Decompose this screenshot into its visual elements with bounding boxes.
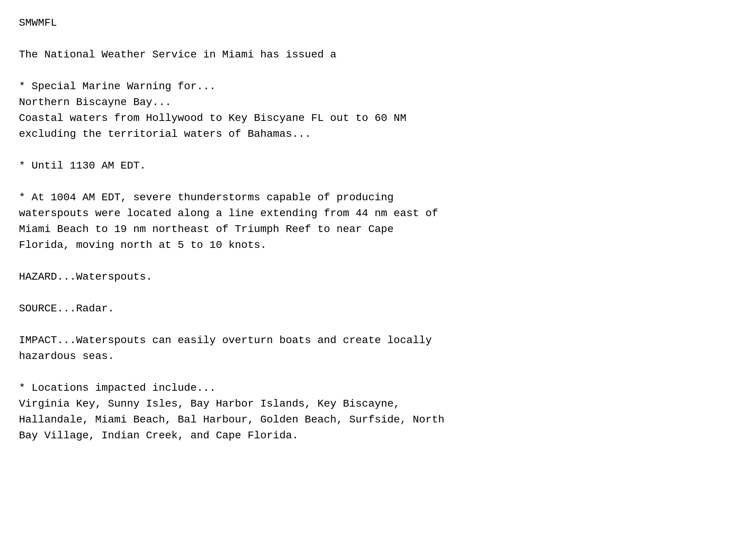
until-line: * Until 1130 AM EDT. [19, 158, 737, 174]
warning-area2-line: Coastal waters from Hollywood to Key Bis… [19, 110, 737, 126]
spacer-4 [19, 174, 737, 190]
warning-area3-line: excluding the territorial waters of Baha… [19, 126, 737, 142]
source-line: SOURCE...Radar. [19, 301, 737, 317]
locations-block: Virginia Key, Sunny Isles, Bay Harbor Is… [19, 396, 737, 444]
code-line: SMWMFL [19, 15, 737, 31]
intro-line: The National Weather Service in Miami ha… [19, 47, 737, 63]
at-time-block: * At 1004 AM EDT, severe thunderstorms c… [19, 190, 737, 253]
spacer-6 [19, 285, 737, 301]
spacer-1 [19, 31, 737, 47]
hazard-line: HAZARD...Waterspouts. [19, 269, 737, 285]
spacer-8 [19, 364, 737, 380]
main-content: SMWMFL The National Weather Service in M… [19, 15, 737, 444]
spacer-7 [19, 317, 737, 333]
locations-header-line: * Locations impacted include... [19, 380, 737, 396]
spacer-5 [19, 253, 737, 269]
warning-area1-line: Northern Biscayne Bay... [19, 94, 737, 110]
spacer-2 [19, 63, 737, 79]
impact-block: IMPACT...Waterspouts can easily overturn… [19, 333, 737, 364]
spacer-3 [19, 142, 737, 158]
warning-header-line: * Special Marine Warning for... [19, 79, 737, 94]
